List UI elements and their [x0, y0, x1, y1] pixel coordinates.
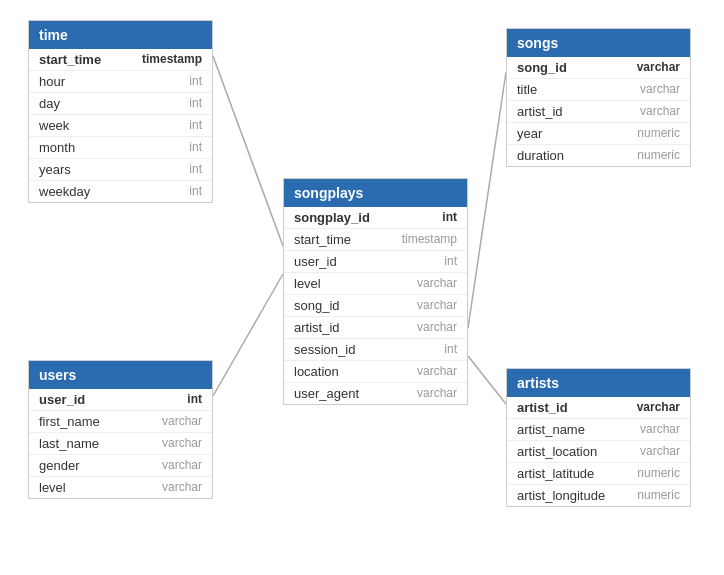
- col-name-songplays-1: start_time: [294, 232, 351, 247]
- col-name-songplays-3: level: [294, 276, 321, 291]
- col-type-songs-2: varchar: [640, 104, 680, 119]
- col-type-users-2: varchar: [162, 436, 202, 451]
- table-row: song_idvarchar: [507, 57, 690, 79]
- connector-users-songplays: [213, 274, 283, 396]
- col-type-artists-0: varchar: [637, 400, 680, 415]
- connector-time-songplays: [213, 56, 283, 246]
- col-name-songplays-6: session_id: [294, 342, 355, 357]
- col-name-songs-0: song_id: [517, 60, 567, 75]
- col-type-users-4: varchar: [162, 480, 202, 495]
- table-row: first_namevarchar: [29, 411, 212, 433]
- col-name-artists-4: artist_longitude: [517, 488, 605, 503]
- col-name-time-4: month: [39, 140, 75, 155]
- table-row: user_idint: [29, 389, 212, 411]
- table-row: levelvarchar: [29, 477, 212, 498]
- col-type-users-1: varchar: [162, 414, 202, 429]
- col-type-songplays-7: varchar: [417, 364, 457, 379]
- col-name-time-5: years: [39, 162, 71, 177]
- col-name-songs-4: duration: [517, 148, 564, 163]
- col-name-users-4: level: [39, 480, 66, 495]
- col-name-time-0: start_time: [39, 52, 101, 67]
- table-row: last_namevarchar: [29, 433, 212, 455]
- table-row: artist_namevarchar: [507, 419, 690, 441]
- table-header-time: time: [29, 21, 212, 49]
- table-row: start_timetimestamp: [29, 49, 212, 71]
- col-name-time-6: weekday: [39, 184, 90, 199]
- table-row: durationnumeric: [507, 145, 690, 166]
- table-row: weekdayint: [29, 181, 212, 202]
- table-row: dayint: [29, 93, 212, 115]
- col-type-songs-3: numeric: [637, 126, 680, 141]
- col-name-users-2: last_name: [39, 436, 99, 451]
- table-songplays: songplayssongplay_idintstart_timetimesta…: [283, 178, 468, 405]
- col-type-users-0: int: [187, 392, 202, 407]
- col-name-songs-3: year: [517, 126, 542, 141]
- col-type-songplays-0: int: [442, 210, 457, 225]
- col-name-songplays-4: song_id: [294, 298, 340, 313]
- col-type-songs-1: varchar: [640, 82, 680, 97]
- col-type-songplays-4: varchar: [417, 298, 457, 313]
- table-header-songplays: songplays: [284, 179, 467, 207]
- table-row: locationvarchar: [284, 361, 467, 383]
- col-type-songplays-5: varchar: [417, 320, 457, 335]
- col-type-artists-1: varchar: [640, 422, 680, 437]
- table-row: monthint: [29, 137, 212, 159]
- col-type-songplays-8: varchar: [417, 386, 457, 401]
- col-name-songplays-8: user_agent: [294, 386, 359, 401]
- col-type-time-6: int: [189, 184, 202, 199]
- table-row: artist_idvarchar: [507, 101, 690, 123]
- col-type-time-2: int: [189, 96, 202, 111]
- table-row: artist_idvarchar: [507, 397, 690, 419]
- table-row: weekint: [29, 115, 212, 137]
- col-name-songplays-0: songplay_id: [294, 210, 370, 225]
- col-name-time-2: day: [39, 96, 60, 111]
- table-row: user_idint: [284, 251, 467, 273]
- table-row: session_idint: [284, 339, 467, 361]
- table-header-artists: artists: [507, 369, 690, 397]
- col-name-users-0: user_id: [39, 392, 85, 407]
- col-name-artists-0: artist_id: [517, 400, 568, 415]
- col-name-songplays-2: user_id: [294, 254, 337, 269]
- table-row: start_timetimestamp: [284, 229, 467, 251]
- col-name-artists-2: artist_location: [517, 444, 597, 459]
- col-name-songplays-7: location: [294, 364, 339, 379]
- table-header-songs: songs: [507, 29, 690, 57]
- col-name-users-3: gender: [39, 458, 79, 473]
- table-users: usersuser_idintfirst_namevarcharlast_nam…: [28, 360, 213, 499]
- table-row: yearnumeric: [507, 123, 690, 145]
- connector-artists-songplays: [468, 356, 506, 404]
- col-name-songplays-5: artist_id: [294, 320, 340, 335]
- col-name-users-1: first_name: [39, 414, 100, 429]
- col-type-songplays-6: int: [444, 342, 457, 357]
- table-row: artist_latitudenumeric: [507, 463, 690, 485]
- table-time: timestart_timetimestamphourintdayintweek…: [28, 20, 213, 203]
- table-artists: artistsartist_idvarcharartist_namevarcha…: [506, 368, 691, 507]
- col-name-time-1: hour: [39, 74, 65, 89]
- col-name-time-3: week: [39, 118, 69, 133]
- table-row: titlevarchar: [507, 79, 690, 101]
- table-header-users: users: [29, 361, 212, 389]
- col-name-artists-1: artist_name: [517, 422, 585, 437]
- col-name-artists-3: artist_latitude: [517, 466, 594, 481]
- col-type-artists-4: numeric: [637, 488, 680, 503]
- col-type-songplays-3: varchar: [417, 276, 457, 291]
- col-type-songplays-2: int: [444, 254, 457, 269]
- table-row: levelvarchar: [284, 273, 467, 295]
- table-row: song_idvarchar: [284, 295, 467, 317]
- col-type-time-5: int: [189, 162, 202, 177]
- table-row: artist_idvarchar: [284, 317, 467, 339]
- table-row: songplay_idint: [284, 207, 467, 229]
- col-type-songs-0: varchar: [637, 60, 680, 75]
- col-name-songs-1: title: [517, 82, 537, 97]
- col-type-time-1: int: [189, 74, 202, 89]
- col-type-songplays-1: timestamp: [402, 232, 457, 247]
- col-type-time-3: int: [189, 118, 202, 133]
- col-type-time-4: int: [189, 140, 202, 155]
- col-type-time-0: timestamp: [142, 52, 202, 67]
- table-row: gendervarchar: [29, 455, 212, 477]
- col-type-artists-2: varchar: [640, 444, 680, 459]
- col-type-songs-4: numeric: [637, 148, 680, 163]
- col-name-songs-2: artist_id: [517, 104, 563, 119]
- col-type-users-3: varchar: [162, 458, 202, 473]
- table-row: hourint: [29, 71, 212, 93]
